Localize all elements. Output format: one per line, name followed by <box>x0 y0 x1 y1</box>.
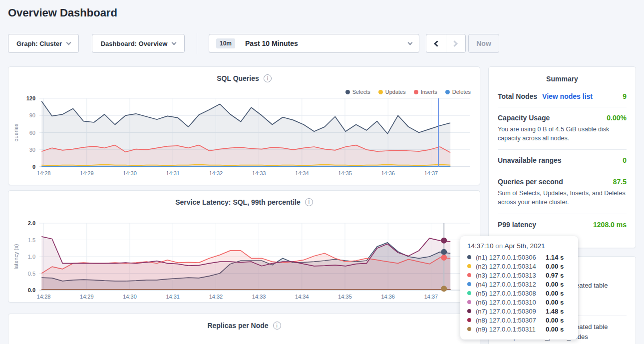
summary-row-value: 1208.0 ms <box>593 221 627 229</box>
tooltip-sep: on <box>495 242 503 250</box>
tooltip-row: (n8) 127.0.0.1:503070.00 s <box>467 316 571 325</box>
graph-dropdown[interactable]: Graph: Cluster <box>8 34 79 53</box>
tooltip-series-dot <box>467 273 471 277</box>
tooltip-row: (n5) 127.0.0.1:503080.00 s <box>467 289 571 298</box>
chevron-right-icon <box>451 40 458 47</box>
svg-text:30: 30 <box>29 147 35 153</box>
svg-text:14:29: 14:29 <box>80 170 94 176</box>
svg-text:latency (s): latency (s) <box>13 244 19 270</box>
tooltip-time: 14:37:10 <box>467 242 494 250</box>
info-icon[interactable]: i <box>273 322 281 330</box>
svg-text:14:33: 14:33 <box>252 294 266 300</box>
legend-label: Inserts <box>421 89 437 95</box>
tooltip-series-value: 0.00 s <box>546 317 564 324</box>
svg-text:14:32: 14:32 <box>209 170 223 176</box>
svg-text:1.5: 1.5 <box>28 237 35 243</box>
svg-text:14:30: 14:30 <box>123 170 137 176</box>
legend-label: Deletes <box>452 89 471 95</box>
chart-title-text: Service Latency: SQL, 99th percentile <box>175 198 301 206</box>
legend-item-Deletes[interactable]: Deletes <box>445 89 471 95</box>
tooltip-series-value: 0.97 s <box>546 272 564 279</box>
tooltip-series-label: (n3) 127.0.0.1:50313 <box>476 272 546 279</box>
time-step-buttons <box>426 34 466 53</box>
tooltip-series-dot <box>467 300 471 304</box>
svg-text:90: 90 <box>29 112 35 118</box>
tooltip-series-dot <box>467 282 471 286</box>
svg-text:14:31: 14:31 <box>166 294 180 300</box>
time-range-badge: 10m <box>216 38 235 48</box>
info-icon[interactable]: i <box>264 74 272 82</box>
summary-row-value: 0.00% <box>607 114 627 122</box>
tooltip-series-dot <box>467 318 471 322</box>
replicas-per-node-card: Replicas per Node i <box>8 314 480 344</box>
tooltip-rows: (n1) 127.0.0.1:503061.14 s(n2) 127.0.0.1… <box>467 253 571 334</box>
tooltip-series-label: (n6) 127.0.0.1:50310 <box>476 299 546 306</box>
tooltip-series-value: 1.48 s <box>546 308 564 315</box>
view-nodes-list-link[interactable]: View nodes list <box>542 92 593 100</box>
previous-range-button[interactable] <box>426 34 446 52</box>
svg-text:14:33: 14:33 <box>252 170 266 176</box>
tooltip-row: (n6) 127.0.0.1:503100.00 s <box>467 298 571 307</box>
legend-dot <box>445 90 450 94</box>
legend-item-Inserts[interactable]: Inserts <box>414 89 437 95</box>
replicas-per-node-title: Replicas per Node i <box>8 322 480 330</box>
summary-row-label: Capacity Usage <box>498 114 550 122</box>
chart-title-text: Replicas per Node <box>207 322 268 330</box>
sql-queries-plot-area[interactable]: 0306090120queries14:2814:2914:3014:3114:… <box>8 95 481 181</box>
time-range-label: Past 10 Minutes <box>245 39 298 47</box>
chevron-down-icon <box>172 40 177 45</box>
svg-text:120: 120 <box>26 95 35 101</box>
sql-queries-card: SQL Queries i SelectsUpdatesInsertsDelet… <box>8 66 480 185</box>
service-latency-plot-area[interactable]: 0.00.51.01.52.0latency (s)14:2814:2914:3… <box>8 219 481 305</box>
tooltip-row: (n1) 127.0.0.1:503061.14 s <box>467 253 571 262</box>
hover-dot <box>441 238 447 244</box>
chevron-down-icon <box>408 40 413 45</box>
service-latency-card: Service Latency: SQL, 99th percentile i … <box>8 190 480 303</box>
tooltip-series-value: 0.00 s <box>546 299 564 306</box>
tooltip-series-label: (n4) 127.0.0.1:50312 <box>476 281 546 288</box>
tooltip-row: (n3) 127.0.0.1:503130.97 s <box>467 271 571 280</box>
summary-row-label: Total Nodes <box>498 92 537 100</box>
summary-row: Queries per second87.5Sum of Selects, Up… <box>498 171 627 213</box>
tooltip-series-dot <box>467 309 471 313</box>
hover-dot <box>441 249 447 255</box>
tooltip-series-dot <box>467 264 471 268</box>
tooltip-series-label: (n5) 127.0.0.1:50308 <box>476 290 546 297</box>
sql-queries-legend: SelectsUpdatesInsertsDeletes <box>345 89 471 95</box>
summary-row: Capacity Usage0.00%You are using 0 B of … <box>498 107 627 149</box>
summary-row: P99 latency1208.0 ms <box>498 214 627 235</box>
tooltip-series-label: (n1) 127.0.0.1:50306 <box>476 254 546 261</box>
now-button[interactable]: Now <box>468 34 499 53</box>
tooltip-date-text: Apr 5th, 2021 <box>504 242 545 250</box>
Service Latency: SQL, 99th percentile-svg: 0.00.51.01.52.0latency (s)14:2814:2914:3… <box>8 219 481 305</box>
summary-row: Unavailable ranges0 <box>498 149 627 171</box>
sql-queries-title: SQL Queries i <box>8 74 480 82</box>
svg-text:14:35: 14:35 <box>338 170 352 176</box>
time-range-selector[interactable]: 10m Past 10 Minutes <box>209 34 419 53</box>
tooltip-series-value: 0.00 s <box>546 263 564 270</box>
tooltip-series-dot <box>467 255 471 259</box>
svg-text:1.0: 1.0 <box>28 254 35 260</box>
tooltip-row: (n4) 127.0.0.1:503120.00 s <box>467 280 571 289</box>
summary-row: Total NodesView nodes list9 <box>498 86 627 107</box>
svg-text:queries: queries <box>13 123 19 142</box>
toolbar-divider <box>197 33 197 54</box>
tooltip-series-value: 0.00 s <box>546 326 564 333</box>
info-icon[interactable]: i <box>305 198 313 206</box>
svg-text:14:29: 14:29 <box>80 294 94 300</box>
legend-label: Updates <box>385 89 406 95</box>
legend-item-Updates[interactable]: Updates <box>378 89 406 95</box>
legend-item-Selects[interactable]: Selects <box>345 89 370 95</box>
graph-dropdown-label: Graph: Cluster <box>16 40 62 47</box>
service-latency-title: Service Latency: SQL, 99th percentile i <box>8 198 480 206</box>
legend-dot <box>414 90 418 94</box>
hover-dot <box>441 286 447 292</box>
next-range-button[interactable] <box>446 34 466 52</box>
summary-row-value: 87.5 <box>613 178 627 186</box>
summary-row-label: P99 latency <box>498 221 536 229</box>
summary-row-value: 0 <box>623 156 627 164</box>
summary-row-description: Sum of Selects, Updates, Inserts, and De… <box>498 189 627 207</box>
tooltip-series-label: (n9) 127.0.0.1:50311 <box>476 326 546 333</box>
dashboard-dropdown[interactable]: Dashboard: Overview <box>92 34 185 53</box>
svg-text:14:30: 14:30 <box>123 294 137 300</box>
